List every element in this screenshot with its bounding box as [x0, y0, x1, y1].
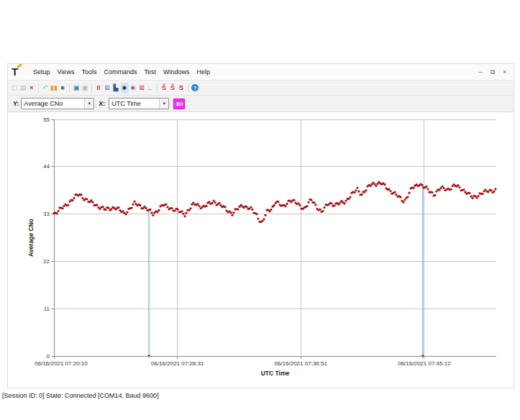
corner-plot-icon[interactable]: ∟ [147, 83, 155, 93]
menu-bar: T SetupViewsToolsCommandsTestWindowsHelp… [8, 64, 514, 80]
chart-view-icon[interactable]: ▙ [112, 83, 120, 93]
x-axis-combo[interactable]: UTC Time ▾ [109, 98, 169, 109]
3d-toggle-button[interactable]: 3D [173, 99, 185, 109]
y-axis-combo-value: Average CNo [22, 100, 84, 107]
satellite-galileo-icon[interactable]: S [178, 83, 186, 93]
chevron-down-icon[interactable]: ▾ [84, 99, 93, 109]
menu-item-setup[interactable]: Setup [29, 66, 54, 78]
menu-items: SetupViewsToolsCommandsTestWindowsHelp [29, 66, 214, 78]
print-icon[interactable]: ▤ [19, 83, 27, 93]
menu-item-help[interactable]: Help [193, 66, 214, 78]
snowflake-plot-icon[interactable]: ∗ [121, 83, 129, 93]
stop-icon[interactable]: ■ [59, 83, 67, 93]
data-view-icon[interactable]: ‼ [95, 83, 103, 93]
delete-icon[interactable]: × [28, 83, 36, 93]
toolbar-separator [188, 83, 188, 93]
status-bar: [Session ID: 0] State: Connected [COM14,… [2, 392, 159, 399]
axis-selector-bar: Y: Average CNo ▾ X: UTC Time ▾ 3D [8, 96, 514, 112]
menu-item-windows[interactable]: Windows [160, 66, 193, 78]
app-logo-icon: T [9, 65, 24, 79]
table-view-icon[interactable]: ⊞ [104, 83, 111, 93]
satellite-glonass-icon[interactable]: Š [169, 83, 177, 93]
menu-item-test[interactable]: Test [140, 66, 160, 78]
app-window: T SetupViewsToolsCommandsTestWindowsHelp… [7, 63, 514, 388]
chevron-down-icon[interactable]: ▾ [159, 99, 168, 109]
window-controls: –⧉× [473, 68, 509, 76]
toolbar-separator [91, 83, 92, 93]
menu-item-commands[interactable]: Commands [100, 66, 140, 78]
x-axis-selector-label: X: [99, 100, 105, 107]
y-axis-selector-label: Y: [13, 100, 19, 107]
save-icon[interactable]: ▣ [73, 83, 81, 93]
toolbar-separator [38, 83, 39, 93]
menu-item-tools[interactable]: Tools [78, 66, 100, 78]
session-status-text: [Session ID: 0] State: Connected [COM14,… [2, 392, 159, 399]
pause-icon[interactable]: ▮▮ [50, 83, 58, 93]
help-icon[interactable]: ? [191, 84, 199, 91]
y-axis-combo[interactable]: Average CNo ▾ [21, 98, 94, 109]
toolbar: ▢▤×↶▮▮■▣▣‼⊞▙∗∗⊞∟ŠŠS? [8, 80, 514, 96]
logo-pencil-stroke [17, 63, 22, 68]
toolbar-separator [157, 83, 158, 93]
menu-item-views[interactable]: Views [54, 66, 78, 78]
minimize-button[interactable]: – [476, 68, 485, 76]
x-axis-combo-value: UTC Time [109, 100, 159, 107]
close-button[interactable]: × [501, 68, 509, 76]
satellite-gps-icon[interactable]: Š [160, 83, 168, 93]
skyplot-icon[interactable]: ∗ [129, 83, 137, 93]
undo-icon[interactable]: ↶ [42, 83, 50, 93]
save-as-icon[interactable]: ▣ [81, 83, 89, 93]
copy-icon[interactable]: ▢ [11, 83, 19, 93]
toolbar-separator [69, 83, 70, 93]
grid-red-icon[interactable]: ⊞ [138, 83, 146, 93]
restore-button[interactable]: ⧉ [488, 68, 497, 76]
